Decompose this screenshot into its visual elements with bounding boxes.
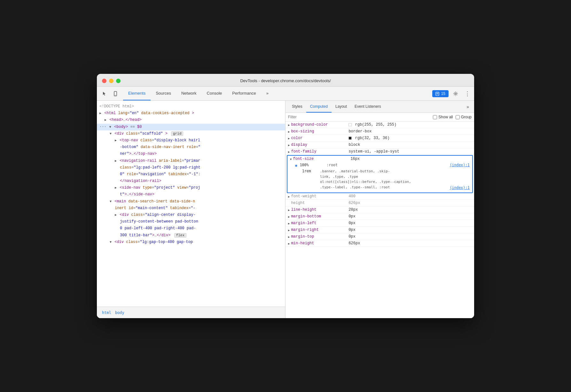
computed-property-color: ▶ color rgb(32, 33, 36) <box>286 135 474 142</box>
close-button[interactable] <box>102 79 106 83</box>
breadcrumb-html[interactable]: html <box>101 310 113 316</box>
computed-property-min-height: ▶ min-height 626px <box>286 240 474 247</box>
show-all-label: Show all <box>438 115 453 119</box>
font-size-rule-1: ◉ 100% :root (index):1 <box>295 162 470 168</box>
traffic-lights <box>102 79 121 83</box>
expand-icon[interactable]: ▶ <box>288 222 290 225</box>
issues-icon <box>435 91 440 96</box>
expand-icon[interactable]: ▶ <box>288 150 290 154</box>
minimize-button[interactable] <box>109 79 113 83</box>
computed-property-box-sizing: ▶ box-sizing border-box <box>286 128 474 135</box>
tab-network[interactable]: Network <box>176 87 202 100</box>
list-item: -bottom" data-side-nav-inert role=" <box>97 144 285 151</box>
html-panel: <!DOCTYPE html> ▶ <html lang="en" data-c… <box>97 101 286 318</box>
devtools-toolbar: Elements Sources Network Console Perform… <box>97 87 474 101</box>
svg-point-1 <box>115 95 116 95</box>
list-item: ▶ <head>…</head> <box>97 117 285 123</box>
mobile-icon-button[interactable] <box>110 89 121 99</box>
rule-selector-long: .banner, .material-button, .skip- link, … <box>320 169 447 190</box>
expand-arrow[interactable]: ▶ <box>105 118 106 122</box>
expand-icon[interactable]: ▶ <box>288 137 290 140</box>
title-bar: DevTools - developer.chrome.com/docs/dev… <box>97 74 474 87</box>
issues-badge-button[interactable]: 15 <box>432 90 449 97</box>
expand-icon[interactable]: ▶ <box>288 242 290 246</box>
rule-value: 1rem <box>302 169 317 173</box>
expand-arrow[interactable]: ▶ <box>115 159 117 163</box>
tab-console[interactable]: Console <box>202 87 227 100</box>
group-checkbox[interactable] <box>456 115 460 119</box>
maximize-button[interactable] <box>116 79 121 83</box>
rule-source-link-2[interactable]: (index):1 <box>450 185 470 190</box>
list-item: 0 pad-left-400 pad-right-400 pad- <box>97 225 285 232</box>
tab-styles[interactable]: Styles <box>288 101 306 113</box>
tab-more[interactable]: » <box>261 87 274 100</box>
group-label: Group <box>461 115 472 119</box>
computed-property-margin-right: ▶ margin-right 0px <box>286 227 474 233</box>
expand-arrow[interactable]: ▼ <box>109 125 111 129</box>
tab-event-listeners[interactable]: Event Listeners <box>351 101 385 113</box>
font-size-details: ◉ 100% :root (index):1 1rem .banner, .ma… <box>287 162 472 192</box>
toolbar-right: 15 ⋮ <box>432 89 472 98</box>
group-group: Group <box>456 115 472 119</box>
computed-property-font-weight: ▶ font-weight 400 <box>286 193 474 200</box>
tab-sources[interactable]: Sources <box>151 87 176 100</box>
expand-arrow[interactable]: ▼ <box>110 240 112 244</box>
styles-tabs: Styles Computed Layout Event Listeners » <box>286 101 474 113</box>
list-item: 300 title-bar">…</div> flex <box>97 232 285 239</box>
devtools-window: DevTools - developer.chrome.com/docs/dev… <box>97 74 474 318</box>
computed-property-margin-bottom: ▶ margin-bottom 0px <box>286 213 474 220</box>
tab-computed[interactable]: Computed <box>306 101 332 113</box>
expand-icon[interactable]: ▶ <box>288 235 290 239</box>
toolbar-icons <box>99 89 121 99</box>
expand-icon[interactable]: ▶ <box>288 123 290 127</box>
expand-arrow[interactable]: ▶ <box>115 213 117 217</box>
rule-source-link[interactable]: (index):1 <box>450 163 470 167</box>
rule-value: 100% <box>300 163 315 167</box>
list-item: inert id="main-content" tabindex="- <box>97 205 285 212</box>
list-item: ▼ <main data-search-inert data-side-n <box>97 198 285 205</box>
list-item: </navigation-rail> <box>97 178 285 184</box>
expand-icon[interactable] <box>288 202 290 205</box>
expand-icon[interactable]: ▶ <box>288 195 290 199</box>
filter-input[interactable] <box>288 115 430 119</box>
styles-panel: Styles Computed Layout Event Listeners » <box>286 101 474 318</box>
computed-property-height: height 626px <box>286 200 474 207</box>
cursor-icon-button[interactable] <box>99 89 110 99</box>
flex-badge[interactable]: flex <box>174 233 186 238</box>
list-item: 0" role="navigation" tabindex="-1": <box>97 171 285 178</box>
breadcrumb-bar: html body <box>97 307 285 318</box>
styles-more-button[interactable]: » <box>464 103 472 111</box>
list-item: ▼ <div class="scaffold" > grid <box>97 130 285 137</box>
font-size-header: ▼ font-size 16px <box>287 156 472 162</box>
computed-property-margin-left: ▶ margin-left 0px <box>286 220 474 227</box>
expand-arrow[interactable]: ▼ <box>110 200 112 203</box>
more-options-button[interactable]: ⋮ <box>463 89 472 98</box>
html-tree: <!DOCTYPE html> ▶ <html lang="en" data-c… <box>97 101 285 307</box>
computed-property-display: ▶ display block <box>286 142 474 148</box>
window-title: DevTools - developer.chrome.com/docs/dev… <box>240 78 331 83</box>
breadcrumb-body[interactable]: body <box>114 310 126 316</box>
expand-icon[interactable]: ▶ <box>288 215 290 219</box>
show-all-checkbox[interactable] <box>433 115 437 119</box>
list-item: ··· ▼ <body> == $0 <box>97 124 285 130</box>
expand-icon[interactable]: ▶ <box>288 144 290 147</box>
expand-arrow[interactable]: ▶ <box>115 186 117 190</box>
tab-elements[interactable]: Elements <box>123 87 151 100</box>
more-dots-icon: ⋮ <box>465 90 470 97</box>
active-rule-icon: ◉ <box>295 163 297 168</box>
list-item: ▶ <div class="align-center display- <box>97 212 285 218</box>
expand-arrow[interactable]: ▶ <box>99 112 101 115</box>
mobile-icon <box>113 91 118 96</box>
tab-performance[interactable]: Performance <box>227 87 261 100</box>
expand-icon[interactable]: ▼ <box>290 158 292 161</box>
expand-icon[interactable]: ▶ <box>288 208 290 212</box>
expand-arrow[interactable]: ▼ <box>110 132 112 136</box>
expand-icon[interactable]: ▶ <box>288 130 290 134</box>
tab-layout[interactable]: Layout <box>332 101 351 113</box>
expand-arrow[interactable]: ▶ <box>115 139 117 142</box>
settings-icon-button[interactable] <box>451 89 460 98</box>
color-swatch <box>348 137 352 140</box>
grid-badge[interactable]: grid <box>171 131 183 136</box>
expand-icon[interactable]: ▶ <box>288 229 290 232</box>
computed-property-font-family: ▶ font-family system-ui, -apple-syst <box>286 148 474 155</box>
